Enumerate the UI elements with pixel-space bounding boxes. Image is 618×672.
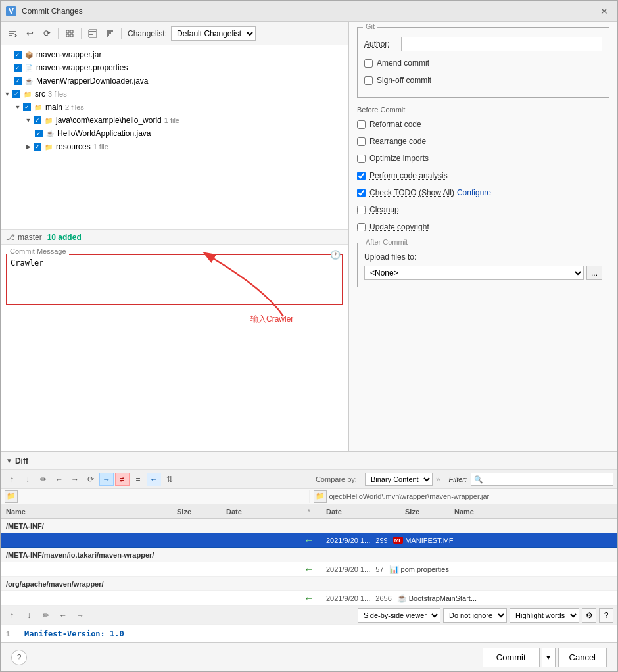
diff-arrow-left-btn[interactable]: ← (147, 473, 161, 486)
list-item[interactable]: ▼ ✓ 📁 java\com\example\hello_world 1 fil… (1, 114, 348, 127)
ignore-select[interactable]: Do not ignore (443, 608, 507, 623)
diff-panel: ▼ Diff ↑ ↓ ✏ ← → ⟳ → ≠ = ← ⇅ Compare by:… (1, 451, 617, 642)
right-name-header: Name (454, 508, 612, 516)
table-row[interactable]: ← 2021/9/20 1... 299 MF MANIFEST.MF (1, 533, 617, 548)
table-row[interactable]: /META-INF/ (1, 519, 617, 533)
author-input[interactable] (401, 37, 602, 51)
update-copyright-checkbox[interactable] (357, 223, 366, 231)
bottom-up-btn[interactable]: ↑ (5, 609, 19, 622)
diff-edit-btn[interactable]: ✏ (36, 473, 51, 486)
diff-back-btn[interactable]: ← (52, 473, 66, 486)
center-arrow-col: ← (297, 592, 321, 604)
upload-ellipsis-btn[interactable]: ... (586, 266, 602, 280)
bottom-down-btn[interactable]: ↓ (22, 609, 36, 622)
help-button[interactable]: ? (11, 650, 27, 665)
folder-icon: 📁 (34, 103, 43, 112)
mf-badge: MF (393, 537, 404, 544)
list-item[interactable]: ▼ ✓ 📁 main 2 files (1, 101, 348, 114)
left-folder-btn[interactable]: 📁 (5, 490, 18, 503)
close-button[interactable]: ✕ (596, 3, 612, 19)
right-date-cell: 2021/9/20 1... (326, 537, 370, 544)
perform-analysis-checkbox[interactable] (357, 172, 366, 180)
amend-commit-checkbox[interactable] (364, 59, 373, 68)
refresh-btn[interactable]: ⟳ (39, 26, 55, 41)
commit-button[interactable]: Commit (483, 648, 540, 667)
right-date-cell: 2021/9/20 1... (326, 565, 370, 573)
undo-btn[interactable]: ↩ (22, 26, 37, 41)
upload-select[interactable]: <None> (364, 266, 584, 280)
commit-message-input[interactable]: Crawler (6, 254, 343, 305)
expand-all-btn[interactable] (62, 26, 78, 41)
diff-forward-btn[interactable]: → (68, 473, 82, 486)
list-item[interactable]: ✓ ☕ HelloWorldApplication.java (1, 127, 348, 140)
list-item[interactable]: ▶ ✓ 📁 resources 1 file (1, 140, 348, 153)
diff-arrow-right-btn[interactable]: → (99, 473, 114, 486)
collapse-btn[interactable] (85, 26, 101, 41)
clock-icon[interactable]: 🕐 (330, 250, 341, 260)
check-todo-checkbox[interactable] (357, 189, 366, 197)
folder-checkbox[interactable]: ✓ (12, 90, 20, 98)
right-panel: Git Author: Amend commit Sign-off comm (349, 22, 617, 451)
folder-checkbox[interactable]: ✓ (34, 143, 41, 151)
configure-link[interactable]: Configure (457, 188, 491, 197)
before-commit-section: Before Commit Reformat code Rearrange co… (357, 106, 609, 237)
optimize-checkbox[interactable] (357, 155, 366, 163)
table-row[interactable]: /META-INF/maven/io.takari/maven-wrapper/ (1, 548, 617, 562)
bottom-edit-btn[interactable]: ✏ (39, 609, 53, 622)
viewer-select[interactable]: Side-by-side viewer (358, 608, 440, 623)
sign-off-checkbox[interactable] (364, 76, 373, 85)
right-size-cell: 2656 (375, 594, 391, 602)
list-item[interactable]: ✓ 📄 maven-wrapper.properties (1, 61, 348, 74)
folder-checkbox[interactable]: ✓ (34, 116, 41, 124)
diff-down-btn[interactable]: ↓ (20, 473, 35, 486)
folder-name: resources (56, 142, 91, 151)
cancel-button[interactable]: Cancel (558, 648, 607, 667)
list-item[interactable]: ✓ ☕ MavenWrapperDownloader.java (1, 74, 348, 87)
file-checkbox[interactable]: ✓ (14, 51, 22, 59)
rearrange-checkbox[interactable] (357, 137, 366, 146)
diff-up-btn[interactable]: ↑ (5, 473, 19, 486)
gear-btn[interactable]: ⚙ (582, 608, 596, 623)
action-bar: ? Commit ▼ Cancel (1, 642, 617, 671)
table-row[interactable]: ← 2021/9/20 1... 2656 ☕ BootstrapMainSta… (1, 591, 617, 606)
highlight-select[interactable]: Highlight words (510, 608, 579, 623)
svg-text:V: V (9, 7, 14, 16)
diff-sync-btn[interactable]: ⇅ (162, 473, 177, 486)
move-to-changelist-btn[interactable] (5, 26, 20, 41)
diff-not-equal-btn[interactable]: ≠ (115, 473, 130, 486)
sort-btn[interactable] (102, 26, 118, 41)
star-col: * (297, 507, 321, 516)
changelist-select[interactable]: Default Changelist (171, 26, 256, 41)
file-checkbox[interactable]: ✓ (14, 64, 22, 72)
table-row[interactable]: ← 2021/9/20 1... 57 📊 pom.properties (1, 562, 617, 577)
filter-input[interactable] (471, 473, 613, 486)
bottom-back-btn[interactable]: ← (56, 609, 70, 622)
diff-refresh-btn[interactable]: ⟳ (83, 473, 98, 486)
compare-by-select[interactable]: Binary Content (365, 473, 433, 486)
file-checkbox[interactable]: ✓ (14, 77, 22, 85)
bottom-help-btn[interactable]: ? (599, 608, 613, 623)
table-row[interactable]: /org/apache/maven/wrapper/ (1, 577, 617, 591)
diff-equal-btn[interactable]: = (131, 473, 145, 486)
expand-arrow-icon: ▼ (14, 103, 22, 111)
cleanup-checkbox[interactable] (357, 206, 366, 214)
diff-right-path: 📁 oject\HelloWorld\.mvn\wrapper\maven-wr… (309, 490, 618, 503)
list-item[interactable]: ▼ ✓ 📁 src 3 files (1, 87, 348, 101)
commit-dropdown-btn[interactable]: ▼ (542, 648, 556, 667)
commit-message-label: Commit Message (7, 247, 69, 255)
diff-label: Diff (15, 456, 28, 466)
right-name-cell: MF MANIFEST.MF (393, 537, 454, 544)
reformat-checkbox[interactable] (357, 120, 366, 129)
folder-checkbox[interactable]: ✓ (23, 103, 31, 111)
list-item[interactable]: ✓ 📦 maven-wrapper.jar (1, 48, 348, 61)
separator-1 (58, 28, 59, 39)
folder-name: java\com\example\hello_world (56, 116, 162, 125)
filter-label: Filter: (449, 475, 467, 483)
right-size-cell: 299 (375, 537, 387, 544)
diff-expand-btn[interactable]: ▼ Diff (6, 456, 28, 466)
file-checkbox[interactable]: ✓ (35, 130, 43, 137)
bottom-forward-btn[interactable]: → (73, 609, 87, 622)
right-folder-btn[interactable]: 📁 (314, 490, 327, 503)
sign-off-label: Sign-off commit (377, 76, 431, 85)
main-content: ↩ ⟳ Changelist: Default Changelist (1, 22, 617, 451)
